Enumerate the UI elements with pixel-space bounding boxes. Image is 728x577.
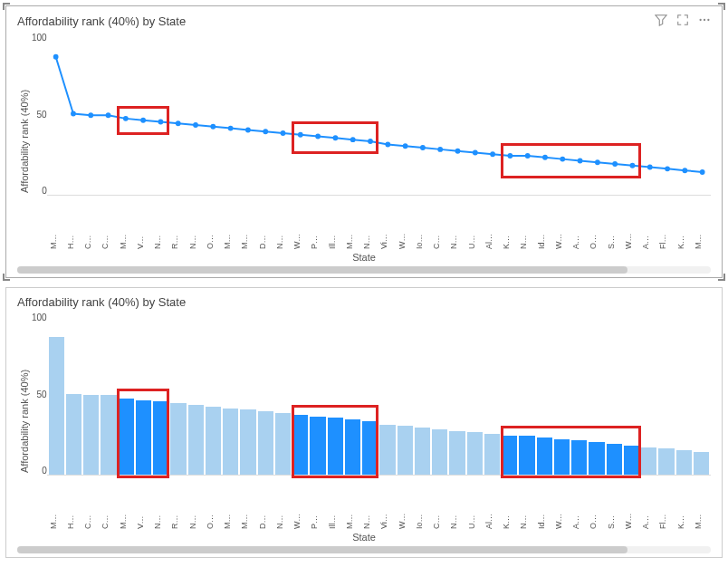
resize-handle-tr[interactable] <box>718 3 725 10</box>
svg-point-28 <box>490 151 495 157</box>
bar-plot-area[interactable]: Massachuse…HawaiiConnecticutCaliforniaMa… <box>47 313 711 476</box>
y-axis-ticks: 100 50 0 <box>32 33 47 250</box>
bar[interactable] <box>101 395 116 475</box>
svg-point-18 <box>315 134 321 139</box>
chart-scrollbar[interactable] <box>17 546 711 553</box>
bar[interactable] <box>398 426 413 475</box>
x-axis-bar: Massachuse…HawaiiConnecticutCaliforniaMa… <box>47 478 711 529</box>
svg-point-1 <box>704 19 705 21</box>
svg-point-7 <box>123 116 129 121</box>
line-chart-svg <box>47 33 711 195</box>
svg-point-3 <box>53 54 58 60</box>
resize-handle-bl[interactable] <box>3 274 10 281</box>
bar[interactable] <box>607 444 622 475</box>
bar[interactable] <box>449 431 465 475</box>
svg-point-38 <box>665 166 670 171</box>
bar[interactable] <box>641 447 656 475</box>
more-options-icon[interactable] <box>698 14 711 29</box>
x-tick-label: Michigan <box>694 234 728 249</box>
bar[interactable] <box>676 450 692 475</box>
bar[interactable] <box>554 439 570 475</box>
bar[interactable] <box>362 421 378 475</box>
svg-point-10 <box>176 120 181 126</box>
svg-point-25 <box>437 147 443 152</box>
chart-scrollbar[interactable] <box>17 266 711 274</box>
svg-point-9 <box>158 119 163 124</box>
bar[interactable] <box>188 405 204 475</box>
panel-header: Affordability rank (40%) by State <box>17 295 711 309</box>
bar[interactable] <box>240 409 255 475</box>
bar[interactable] <box>170 403 186 475</box>
bar[interactable] <box>519 436 534 475</box>
bar[interactable] <box>345 419 360 475</box>
bar-chart-panel[interactable]: Affordability rank (40%) by State Afford… <box>5 287 723 558</box>
svg-point-0 <box>699 19 701 21</box>
x-tick-label: Michigan <box>694 514 728 529</box>
bar[interactable] <box>328 418 343 475</box>
bar[interactable] <box>571 440 587 475</box>
bar[interactable] <box>537 438 552 475</box>
resize-handle-br[interactable] <box>718 274 725 281</box>
bar[interactable] <box>658 448 674 475</box>
svg-point-31 <box>542 155 548 160</box>
svg-point-20 <box>350 137 356 142</box>
bar[interactable] <box>223 409 238 475</box>
bar[interactable] <box>624 446 639 475</box>
svg-point-14 <box>245 127 251 132</box>
resize-handle-tl[interactable] <box>3 3 10 10</box>
svg-point-19 <box>332 135 338 140</box>
bar[interactable] <box>415 428 430 475</box>
svg-point-29 <box>507 153 512 159</box>
bar[interactable] <box>694 452 709 475</box>
scrollbar-thumb[interactable] <box>17 266 627 274</box>
bar[interactable] <box>502 436 517 475</box>
y-axis-label: Affordability rank (40%) <box>17 33 32 250</box>
svg-point-21 <box>368 139 373 144</box>
bar[interactable] <box>432 429 447 475</box>
scrollbar-thumb[interactable] <box>17 546 627 553</box>
svg-point-33 <box>577 158 582 163</box>
bar[interactable] <box>136 400 151 475</box>
filter-icon[interactable] <box>655 14 667 29</box>
svg-point-24 <box>420 145 426 150</box>
bar[interactable] <box>467 432 483 475</box>
svg-point-15 <box>263 129 268 134</box>
bar[interactable] <box>83 395 99 475</box>
svg-point-34 <box>595 159 600 165</box>
chart-title: Affordability rank (40%) by State <box>17 14 655 28</box>
svg-point-36 <box>629 163 635 168</box>
svg-point-11 <box>193 122 198 128</box>
svg-point-12 <box>210 124 216 130</box>
bar[interactable] <box>484 434 500 475</box>
bar[interactable] <box>292 415 308 475</box>
bar[interactable] <box>66 394 81 476</box>
svg-point-13 <box>227 126 233 131</box>
line-chart-panel[interactable]: Affordability rank (40%) by State Afford… <box>5 5 723 278</box>
bar[interactable] <box>258 411 273 475</box>
y-axis-label: Affordability rank (40%) <box>17 313 32 530</box>
svg-point-8 <box>140 118 146 123</box>
svg-point-35 <box>612 161 618 167</box>
bar[interactable] <box>119 399 134 475</box>
svg-point-17 <box>298 132 303 138</box>
chart-title: Affordability rank (40%) by State <box>17 295 711 309</box>
bar[interactable] <box>153 401 168 475</box>
line-plot-area[interactable]: Massachuse…HawaiiConnecticutCaliforniaMa… <box>47 33 711 196</box>
svg-point-4 <box>71 111 76 117</box>
bar[interactable] <box>589 442 604 475</box>
svg-point-6 <box>105 112 110 118</box>
bar[interactable] <box>275 413 291 475</box>
bar[interactable] <box>379 425 395 475</box>
bars-container <box>47 313 711 475</box>
svg-point-2 <box>707 19 709 21</box>
focus-mode-icon[interactable] <box>676 14 689 29</box>
bar[interactable] <box>310 417 325 475</box>
bar[interactable] <box>206 407 221 475</box>
svg-point-22 <box>385 142 390 148</box>
svg-point-30 <box>524 153 530 159</box>
svg-point-16 <box>280 130 285 136</box>
y-axis-ticks: 100 50 0 <box>32 313 47 530</box>
bar[interactable] <box>49 337 64 475</box>
svg-point-40 <box>699 169 704 175</box>
x-axis-line: Massachuse…HawaiiConnecticutCaliforniaMa… <box>47 198 711 249</box>
